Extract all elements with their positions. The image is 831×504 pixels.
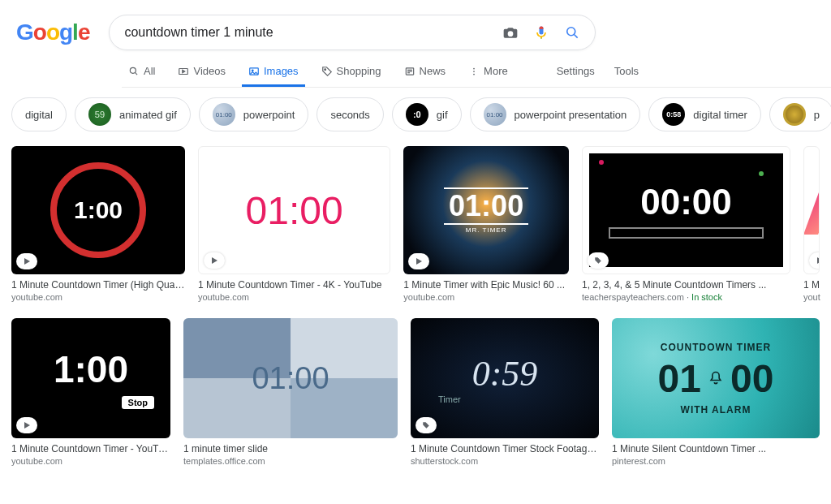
result-source: youtube.com <box>198 292 390 302</box>
svg-marker-17 <box>24 258 30 265</box>
timer-text: 1:00 <box>54 347 128 391</box>
timer-text: 00 <box>730 356 773 401</box>
video-icon <box>178 66 189 77</box>
timer-text: 01:00 <box>252 361 329 396</box>
settings-link[interactable]: Settings <box>557 65 595 77</box>
search-icon[interactable] <box>564 24 580 41</box>
tab-news[interactable]: News <box>398 54 453 87</box>
timer-text: 1:00 <box>74 196 123 224</box>
svg-point-15 <box>473 73 475 75</box>
progress-bar <box>609 227 764 239</box>
tag-icon <box>321 66 333 77</box>
chip-digital[interactable]: digital <box>11 97 67 131</box>
result-card[interactable]: 01:00 1 Minute Countdown Timer - 4K - Yo… <box>198 146 390 302</box>
chip-gif[interactable]: :0 gif <box>392 97 462 131</box>
chip-label: seconds <box>330 109 369 121</box>
result-source: yout <box>803 292 820 302</box>
result-card[interactable]: 01:00 MR. TIMER 1 Minute Timer with Epic… <box>403 146 569 302</box>
logo-letter: o <box>46 19 59 45</box>
result-card[interactable]: 1:00 Stop 1 Minute Countdown Timer - You… <box>11 318 170 466</box>
confetti-dot <box>599 160 604 165</box>
tab-all[interactable]: All <box>122 54 161 87</box>
chip-label: p <box>814 109 820 121</box>
bell-icon <box>708 366 724 390</box>
confetti-dot <box>759 171 764 176</box>
result-thumb: 01:00 MR. TIMER <box>403 146 569 274</box>
logo-letter: G <box>16 19 33 45</box>
tab-images[interactable]: Images <box>242 54 305 87</box>
chip-digital-timer[interactable]: 0:58 digital timer <box>648 97 760 131</box>
search-bar[interactable] <box>109 15 596 50</box>
tag-badge-icon <box>416 417 437 433</box>
result-thumb: 0:59 Timer <box>411 318 599 438</box>
svg-marker-18 <box>212 257 217 264</box>
result-card[interactable]: 01:00 1 minute timer slide templates.off… <box>183 318 398 466</box>
svg-marker-20 <box>817 257 820 264</box>
tab-label: Shopping <box>337 65 381 77</box>
timer-text: 01:00 <box>449 189 523 222</box>
chip-label: powerpoint presentation <box>515 109 627 121</box>
tag-badge-icon <box>588 252 609 269</box>
image-icon <box>248 66 260 77</box>
result-title: 1 minute timer slide <box>183 443 398 454</box>
tab-label: Videos <box>193 65 226 77</box>
result-card[interactable]: 00:00 1, 2, 3, 4, & 5 Minute Countdown T… <box>582 146 790 302</box>
result-card[interactable]: COUNTDOWN TIMER 01 00 WITH ALARM 1 Minut… <box>612 318 820 466</box>
tab-more[interactable]: More <box>462 54 515 87</box>
result-card[interactable]: 1:00 1 Minute Countdown Timer (High Qual… <box>11 146 185 302</box>
chip-thumb: 01:00 <box>484 103 506 126</box>
result-title: 1 Minute Timer with Epic Music! 60 ... <box>403 279 569 291</box>
chip-label: animated gif <box>119 109 177 121</box>
chip-thumb: 59 <box>88 103 111 126</box>
chip-seconds[interactable]: seconds <box>316 97 383 131</box>
result-source: pinterest.com <box>612 456 820 466</box>
svg-point-0 <box>567 28 575 36</box>
result-title: 1 Minute Countdown Timer Stock Footage .… <box>411 443 599 454</box>
result-thumb <box>803 146 820 274</box>
search-tabs: All Videos Images Shopping News More Set… <box>122 54 831 88</box>
related-chips: digital 59 animated gif 01:00 powerpoint… <box>0 88 831 141</box>
play-badge-icon <box>408 253 429 269</box>
result-card[interactable]: 0:59 Timer 1 Minute Countdown Timer Stoc… <box>411 318 599 466</box>
search-small-icon <box>128 66 140 77</box>
result-title: 1 Minute Countdown Timer (High Qualit... <box>11 279 185 291</box>
timer-subtext: MR. TIMER <box>466 226 507 234</box>
tools-link[interactable]: Tools <box>614 65 639 77</box>
svg-point-8 <box>324 68 325 70</box>
result-meta: youtube.com <box>403 292 569 302</box>
chip-cutoff[interactable]: p <box>769 97 831 131</box>
result-title: 1 Minute Silent Countdown Timer ... <box>612 443 820 454</box>
camera-icon[interactable] <box>502 24 519 41</box>
chip-powerpoint-presentation[interactable]: 01:00 powerpoint presentation <box>470 97 641 131</box>
tab-videos[interactable]: Videos <box>171 54 232 87</box>
chip-powerpoint[interactable]: 01:00 powerpoint <box>199 97 309 131</box>
chip-label: digital <box>25 109 53 121</box>
result-title: 1 M <box>803 279 820 291</box>
mic-icon[interactable] <box>533 24 549 41</box>
logo-letter: o <box>33 19 46 45</box>
tab-label: More <box>484 65 508 77</box>
timer-graphic <box>803 186 820 235</box>
logo-letter: g <box>59 19 72 45</box>
tab-label: News <box>420 65 446 77</box>
result-card[interactable]: 1 M yout <box>803 146 820 302</box>
svg-marker-19 <box>416 258 422 265</box>
tabs-right: Settings Tools <box>557 65 639 87</box>
tab-shopping[interactable]: Shopping <box>315 54 388 87</box>
result-thumb: COUNTDOWN TIMER 01 00 WITH ALARM <box>612 318 820 438</box>
google-logo[interactable]: Google <box>16 19 89 45</box>
result-thumb: 1:00 Stop <box>11 318 170 438</box>
result-row: 1:00 Stop 1 Minute Countdown Timer - You… <box>11 318 820 466</box>
timer-subtext: Timer <box>438 394 461 404</box>
svg-marker-21 <box>24 422 30 429</box>
logo-letter: l <box>72 19 78 45</box>
search-input[interactable] <box>124 25 502 40</box>
chip-animated-gif[interactable]: 59 animated gif <box>75 97 191 131</box>
more-icon <box>468 66 480 77</box>
result-title: 1, 2, 3, 4, & 5 Minute Countdown Timers … <box>582 279 790 291</box>
svg-line-1 <box>575 35 578 38</box>
tab-label: Images <box>264 65 299 77</box>
chip-thumb: :0 <box>406 103 428 126</box>
play-badge-icon <box>204 252 225 269</box>
chip-label: powerpoint <box>243 109 295 121</box>
